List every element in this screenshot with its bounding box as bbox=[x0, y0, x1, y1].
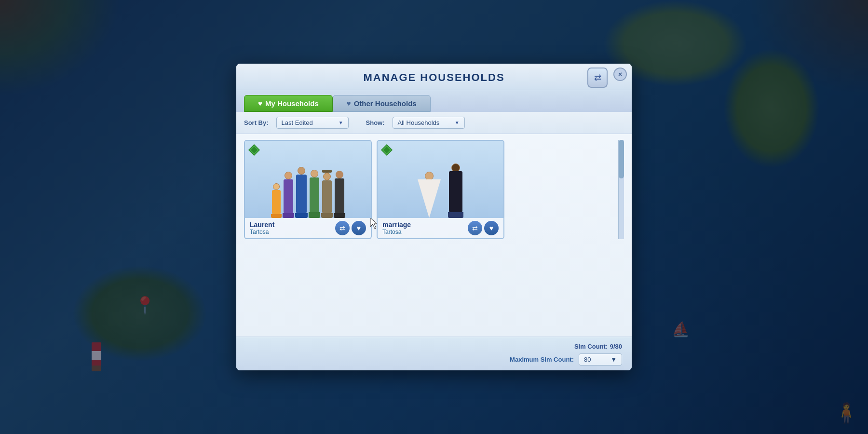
sim-woman-green bbox=[309, 170, 320, 218]
sim-woman-dress bbox=[418, 172, 441, 218]
sort-by-value: Last Edited bbox=[282, 119, 313, 126]
sims-diamond-laurent bbox=[248, 144, 260, 156]
household-actions-laurent: ⇄ ♥ bbox=[335, 221, 366, 235]
content-area: Laurent Tartosa ⇄ ♥ bbox=[236, 134, 632, 337]
tab-my-icon: ♥ bbox=[258, 99, 262, 108]
sort-by-select[interactable]: Last Edited ▼ bbox=[276, 117, 349, 129]
sim-man-black bbox=[448, 163, 463, 218]
household-text-marriage: marriage Tartosa bbox=[382, 221, 411, 235]
max-sim-select[interactable]: 80 ▼ bbox=[579, 353, 622, 366]
laurent-sims bbox=[266, 146, 350, 218]
show-value: All Households bbox=[398, 119, 440, 126]
sim-count-label: Sim Count: bbox=[574, 343, 608, 350]
share-top-button[interactable]: ⇄ bbox=[587, 68, 608, 88]
max-sim-label: Maximum Sim Count: bbox=[510, 356, 574, 363]
sort-by-label: Sort By: bbox=[244, 119, 269, 126]
show-label: Show: bbox=[366, 119, 385, 126]
share-marriage-button[interactable]: ⇄ bbox=[468, 221, 482, 235]
content-wrapper: Laurent Tartosa ⇄ ♥ bbox=[244, 140, 624, 239]
share-top-icon: ⇄ bbox=[594, 72, 601, 83]
show-select[interactable]: All Households ▼ bbox=[393, 117, 465, 129]
household-card-marriage[interactable]: marriage Tartosa ⇄ ♥ bbox=[377, 140, 504, 239]
tab-my-label: My Households bbox=[265, 99, 319, 108]
household-actions-marriage: ⇄ ♥ bbox=[468, 221, 499, 235]
love-marriage-icon: ♥ bbox=[489, 224, 493, 232]
household-info-laurent: Laurent Tartosa ⇄ ♥ bbox=[245, 218, 371, 238]
modal-titlebar: Manage Households × ⇄ bbox=[236, 64, 632, 90]
sort-by-arrow: ▼ bbox=[339, 120, 343, 125]
max-sim-value: 80 bbox=[584, 356, 591, 363]
love-laurent-icon: ♥ bbox=[357, 224, 361, 232]
sim-woman-dark bbox=[334, 171, 345, 218]
households-grid: Laurent Tartosa ⇄ ♥ bbox=[244, 140, 617, 239]
marriage-sims bbox=[413, 146, 468, 218]
share-laurent-icon: ⇄ bbox=[339, 224, 345, 232]
household-name-laurent: Laurent bbox=[250, 221, 274, 229]
household-card-image-marriage bbox=[378, 141, 503, 218]
love-laurent-button[interactable]: ♥ bbox=[352, 221, 366, 235]
household-text-laurent: Laurent Tartosa bbox=[250, 221, 274, 235]
modal-footer: Sim Count: 9/80 Maximum Sim Count: 80 ▼ bbox=[236, 337, 632, 370]
scrollbar[interactable] bbox=[618, 140, 624, 239]
tab-my-households[interactable]: ♥ My Households bbox=[244, 95, 333, 112]
tab-other-icon: ♥ bbox=[347, 99, 351, 108]
tabs-container: ♥ My Households ♥ Other Households bbox=[236, 90, 632, 112]
sim-count-row: Sim Count: 9/80 bbox=[574, 342, 622, 351]
sim-woman-purple bbox=[283, 172, 294, 218]
tab-other-label: Other Households bbox=[354, 99, 417, 108]
scroll-thumb[interactable] bbox=[619, 140, 624, 178]
household-name-marriage: marriage bbox=[382, 221, 411, 229]
sim-older-man bbox=[321, 170, 333, 218]
max-sim-arrow: ▼ bbox=[610, 356, 617, 363]
sim-child bbox=[271, 183, 282, 218]
max-sim-row: Maximum Sim Count: 80 ▼ bbox=[510, 353, 622, 366]
household-info-marriage: marriage Tartosa ⇄ ♥ bbox=[378, 218, 503, 238]
love-marriage-button[interactable]: ♥ bbox=[484, 221, 499, 235]
household-card-image-laurent bbox=[245, 141, 371, 218]
household-location-laurent: Tartosa bbox=[250, 229, 274, 235]
modal-overlay: Manage Households × ⇄ ♥ My Households ♥ … bbox=[0, 0, 868, 434]
sim-count-value: 9/80 bbox=[610, 343, 622, 350]
household-bg-marriage bbox=[378, 141, 503, 218]
household-location-marriage: Tartosa bbox=[382, 229, 411, 235]
sims-diamond-marriage bbox=[380, 144, 393, 156]
close-button[interactable]: × bbox=[613, 68, 627, 81]
show-arrow: ▼ bbox=[455, 120, 460, 125]
manage-households-modal: Manage Households × ⇄ ♥ My Households ♥ … bbox=[236, 64, 632, 370]
share-marriage-icon: ⇄ bbox=[472, 224, 478, 232]
share-laurent-button[interactable]: ⇄ bbox=[335, 221, 350, 235]
sim-man-blue bbox=[295, 167, 308, 218]
toolbar: Sort By: Last Edited ▼ Show: All Househo… bbox=[236, 112, 632, 134]
modal-title: Manage Households bbox=[363, 71, 504, 83]
household-card-laurent[interactable]: Laurent Tartosa ⇄ ♥ bbox=[244, 140, 372, 239]
close-icon: × bbox=[618, 70, 622, 78]
household-bg-laurent bbox=[245, 141, 371, 218]
tab-other-households[interactable]: ♥ Other Households bbox=[333, 95, 431, 112]
